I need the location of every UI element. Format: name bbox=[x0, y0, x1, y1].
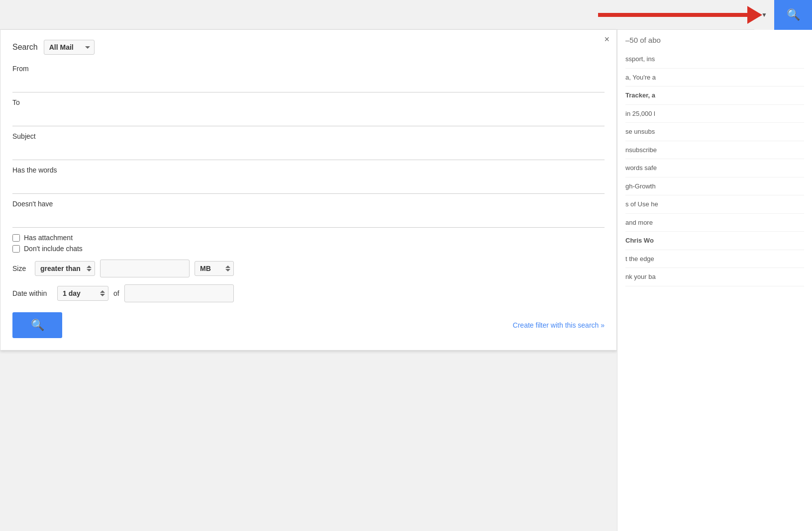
list-item[interactable]: t the edge bbox=[625, 250, 804, 268]
date-of-input[interactable] bbox=[124, 284, 234, 302]
search-submit-button[interactable]: 🔍 bbox=[12, 312, 62, 338]
has-words-input[interactable] bbox=[12, 176, 605, 194]
list-item[interactable]: and more bbox=[625, 214, 804, 232]
top-search-button[interactable]: 🔍 bbox=[774, 0, 812, 30]
of-label: of bbox=[113, 289, 119, 297]
doesnt-have-input[interactable] bbox=[12, 210, 605, 228]
from-label: From bbox=[12, 65, 605, 73]
size-label: Size bbox=[12, 265, 30, 272]
list-item[interactable]: Tracker, a bbox=[625, 87, 804, 105]
list-item[interactable]: s of Use he bbox=[625, 195, 804, 214]
arrow-container bbox=[0, 0, 767, 30]
mail-scope-select[interactable]: All Mail Inbox Starred Sent Mail Drafts … bbox=[44, 40, 95, 55]
size-unit-select[interactable]: MB KB Bytes bbox=[195, 261, 234, 276]
list-item[interactable]: ssport, ins bbox=[625, 50, 804, 69]
list-item[interactable]: nsubscribe bbox=[625, 141, 804, 160]
arrow-line bbox=[598, 13, 747, 17]
dont-include-chats-checkbox[interactable] bbox=[12, 245, 20, 253]
date-period-select[interactable]: 1 day 3 days 1 week 2 weeks 1 month 2 mo… bbox=[57, 286, 108, 301]
checkboxes-section: Has attachment Don't include chats bbox=[12, 234, 605, 253]
list-item[interactable]: gh-Growth bbox=[625, 177, 804, 196]
date-within-label: Date within bbox=[12, 289, 52, 297]
subject-label: Subject bbox=[12, 132, 605, 140]
search-icon: 🔍 bbox=[31, 319, 44, 332]
subject-input[interactable] bbox=[12, 142, 605, 160]
search-panel: × Search All Mail Inbox Starred Sent Mai… bbox=[0, 30, 617, 351]
list-item[interactable]: Chris Wo bbox=[625, 232, 804, 250]
has-attachment-checkbox[interactable] bbox=[12, 234, 20, 242]
close-button[interactable]: × bbox=[604, 35, 609, 44]
list-item[interactable]: nk your ba bbox=[625, 268, 804, 286]
search-icon: 🔍 bbox=[787, 8, 800, 21]
to-row: To bbox=[12, 98, 605, 126]
has-attachment-checkbox-label[interactable]: Has attachment bbox=[12, 234, 605, 242]
create-filter-link[interactable]: Create filter with this search » bbox=[513, 321, 605, 329]
email-count: –50 of abo bbox=[625, 36, 804, 44]
has-attachment-label: Has attachment bbox=[24, 234, 73, 242]
to-input[interactable] bbox=[12, 108, 605, 126]
search-panel-title: Search bbox=[12, 43, 38, 52]
size-row: Size greater than less than MB KB Bytes bbox=[12, 260, 605, 277]
list-item[interactable]: se unsubs bbox=[625, 123, 804, 141]
dont-include-chats-label: Don't include chats bbox=[24, 245, 83, 253]
size-number-input[interactable] bbox=[100, 260, 190, 277]
from-input[interactable] bbox=[12, 75, 605, 92]
list-item[interactable]: a, You're a bbox=[625, 69, 804, 87]
red-arrow bbox=[598, 6, 762, 24]
list-item[interactable]: words safe bbox=[625, 159, 804, 177]
size-comparison-select[interactable]: greater than less than bbox=[35, 261, 95, 276]
has-words-row: Has the words bbox=[12, 166, 605, 194]
arrow-head bbox=[747, 6, 762, 24]
from-row: From bbox=[12, 65, 605, 92]
doesnt-have-label: Doesn't have bbox=[12, 200, 605, 208]
top-bar: 🔍 bbox=[0, 0, 812, 30]
list-item[interactable]: in 25,000 l bbox=[625, 105, 804, 123]
bottom-row: 🔍 Create filter with this search » bbox=[12, 312, 605, 338]
email-list-panel: –50 of abo ssport, ins a, You're a Track… bbox=[617, 30, 812, 531]
date-within-row: Date within 1 day 3 days 1 week 2 weeks … bbox=[12, 284, 605, 302]
dont-include-chats-checkbox-label[interactable]: Don't include chats bbox=[12, 245, 605, 253]
to-label: To bbox=[12, 98, 605, 106]
doesnt-have-row: Doesn't have bbox=[12, 200, 605, 228]
search-header: Search All Mail Inbox Starred Sent Mail … bbox=[12, 40, 605, 55]
subject-row: Subject bbox=[12, 132, 605, 160]
has-words-label: Has the words bbox=[12, 166, 605, 174]
